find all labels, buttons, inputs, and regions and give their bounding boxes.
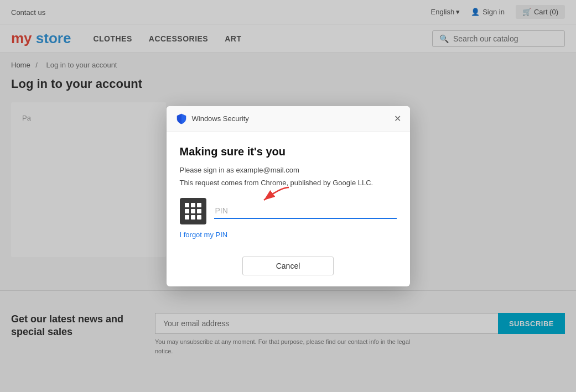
pin-dot-3 [197,203,201,207]
pin-dot-9 [197,215,201,219]
modal-sign-in-text: Please sign in as example@mail.com [180,166,397,174]
modal-main-title: Making sure it's you [180,145,397,158]
modal-body: Making sure it's you Please sign in as e… [167,132,410,250]
pin-dots-grid [185,203,201,219]
pin-icon-box [180,198,206,224]
pin-dot-7 [185,215,189,219]
forgot-pin: I forgot my PIN [180,230,397,239]
pin-input-area [214,203,397,219]
pin-input[interactable] [214,203,397,219]
modal-header-left: Windows Security [175,113,249,125]
windows-security-modal: Windows Security ✕ Making sure it's you … [167,106,410,286]
modal-header: Windows Security ✕ [167,106,410,132]
modal-header-title: Windows Security [192,114,249,123]
modal-request-text: This request comes from Chrome, publishe… [180,179,397,187]
pin-dot-1 [185,203,189,207]
red-arrow-annotation [247,185,292,205]
shield-icon [175,113,188,125]
modal-footer: Cancel [167,250,410,286]
cancel-button[interactable]: Cancel [242,257,334,275]
pin-dot-4 [185,209,189,213]
pin-dot-8 [191,215,195,219]
modal-overlay: Windows Security ✕ Making sure it's you … [0,0,576,372]
forgot-pin-link[interactable]: I forgot my PIN [180,231,228,239]
modal-close-button[interactable]: ✕ [394,114,401,123]
pin-dot-2 [191,203,195,207]
pin-section [180,198,397,224]
pin-dot-5 [191,209,195,213]
pin-dot-6 [197,209,201,213]
